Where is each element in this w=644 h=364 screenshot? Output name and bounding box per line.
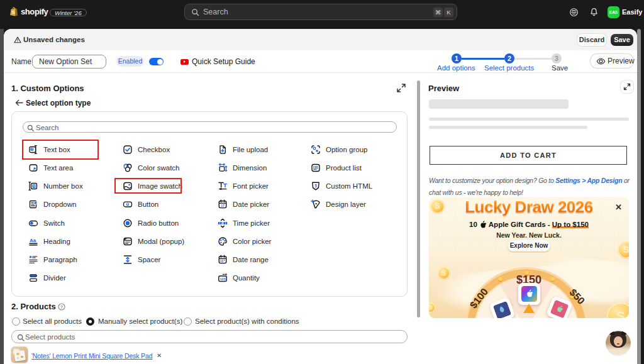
svg-text:S: S — [12, 10, 15, 14]
svg-text:?: ? — [60, 304, 64, 310]
svg-text:Aa: Aa — [30, 238, 36, 243]
svg-text:17: 17 — [221, 204, 225, 207]
svg-text:123: 123 — [219, 277, 225, 281]
svg-text:12: 12 — [33, 184, 36, 187]
svg-text:5: 5 — [314, 184, 317, 188]
